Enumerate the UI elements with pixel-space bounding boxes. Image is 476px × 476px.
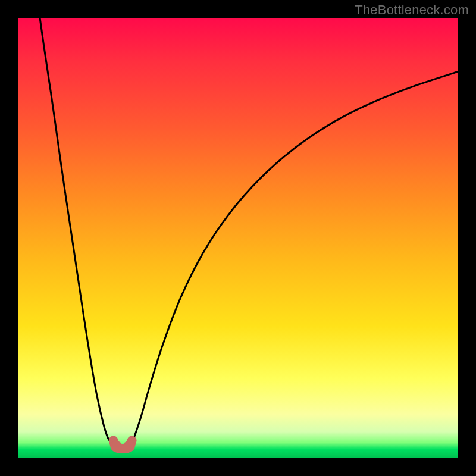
watermark-text: TheBottleneck.com — [355, 2, 469, 18]
valley-marker — [110, 440, 121, 452]
curve-layer — [18, 18, 458, 458]
curve-path — [40, 18, 458, 449]
chart-frame: TheBottleneck.com — [0, 0, 476, 476]
plot-area — [18, 18, 458, 458]
valley-marker — [124, 440, 135, 452]
bottleneck-curve — [40, 18, 458, 449]
